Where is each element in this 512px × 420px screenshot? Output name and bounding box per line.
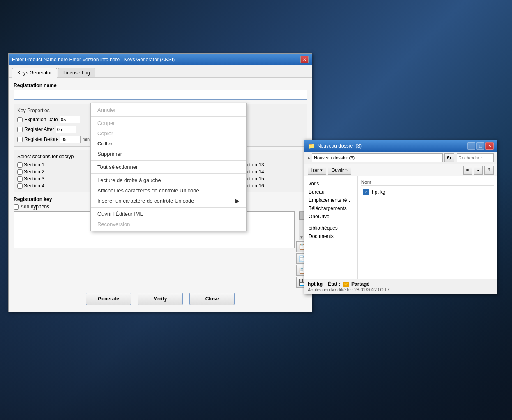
nav-bureau[interactable]: Bureau: [307, 188, 355, 196]
nav-recent[interactable]: Emplacements récents: [307, 196, 355, 204]
ctx-sep-3: [91, 173, 246, 174]
ctx-annuler[interactable]: Annuler: [91, 105, 246, 115]
ctx-inserer-unicode-label: Insérer un caractère de contrôle Unicode: [97, 198, 194, 204]
explorer-minimize-button[interactable]: ─: [467, 142, 475, 150]
explorer-nav-pane: voris Bureau Emplacements récents Téléch…: [304, 176, 358, 279]
ctx-reconversion[interactable]: Reconversion: [91, 219, 246, 229]
main-window-close-button[interactable]: ✕: [300, 56, 309, 63]
register-after-checkbox[interactable]: [17, 127, 23, 132]
open-label: Ouvrir: [332, 168, 344, 173]
explorer-window-controls: ─ □ ✕: [467, 142, 494, 150]
section-3-checkbox[interactable]: [17, 176, 23, 182]
register-before-label: Register Before: [24, 136, 58, 142]
explorer-body: voris Bureau Emplacements récents Téléch…: [304, 176, 497, 279]
refresh-button[interactable]: ↻: [444, 153, 454, 162]
col-header-nom: Nom: [361, 180, 371, 185]
nav-bibliotheques[interactable]: bibliothèques: [307, 224, 355, 232]
explorer-actions-bar: iser ▾ Ouvrir » ≡ ▪ ?: [304, 164, 497, 176]
ctx-copier[interactable]: Copier: [91, 128, 246, 138]
section-2-item: Section 2: [17, 169, 86, 175]
section-4-checkbox[interactable]: [17, 183, 23, 189]
section-1-checkbox[interactable]: [17, 162, 23, 168]
scroll-down-arrow[interactable]: ▼: [299, 235, 304, 240]
explorer-title-group: 📁 Nouveau dossier (3): [308, 143, 362, 149]
search-input[interactable]: [457, 153, 494, 162]
open-arrow: »: [345, 168, 348, 173]
expiration-date-input[interactable]: [60, 116, 80, 123]
explorer-statusbar: hpt kg État : 🤝 Partagé Application Modi…: [304, 279, 497, 294]
ctx-sep-4: [91, 207, 246, 208]
ctx-submenu-arrow: ▶: [235, 198, 240, 204]
explorer-title: Nouveau dossier (3): [317, 143, 362, 149]
key-scrollbar[interactable]: ▼: [299, 211, 304, 240]
ctx-sep-1: [91, 116, 246, 117]
registration-name-label: Registration name: [14, 83, 307, 88]
explorer-close-button[interactable]: ✕: [485, 142, 494, 150]
file-item-hptkg[interactable]: A hpt kg: [361, 187, 494, 196]
explorer-maximize-button[interactable]: □: [476, 142, 484, 150]
register-after-input[interactable]: [56, 126, 76, 133]
nav-voris[interactable]: voris: [307, 180, 355, 188]
section-1-label: Section 1: [24, 162, 44, 168]
folder-icon: 📁: [308, 143, 315, 149]
nav-downloads[interactable]: Téléchargements: [307, 204, 355, 212]
expiration-date-label: Expiration Date: [24, 117, 58, 122]
open-button[interactable]: Ouvrir »: [328, 166, 351, 175]
close-button[interactable]: Close: [189, 293, 235, 305]
verify-button[interactable]: Verify: [138, 293, 183, 305]
ctx-supprimer[interactable]: Supprimer: [91, 149, 246, 159]
status-state-label: État :: [328, 281, 340, 287]
tab-bar: Keys Generator License Log: [9, 65, 312, 78]
ctx-sep-2: [91, 160, 246, 161]
explorer-status-filename: hpt kg État : 🤝 Partagé: [308, 281, 494, 287]
explorer-main-pane: Nom A hpt kg: [358, 176, 497, 279]
ctx-tout-selectionner[interactable]: Tout sélectionner: [91, 162, 246, 172]
register-after-label: Register After: [24, 127, 54, 132]
file-hptkg-name: hpt kg: [372, 189, 385, 195]
bottom-buttons: Generate Verify Close: [14, 293, 307, 307]
address-input[interactable]: [312, 153, 443, 162]
ctx-couper[interactable]: Couper: [91, 118, 246, 128]
add-hyphens-checkbox[interactable]: [14, 204, 19, 210]
scrollbar-thumb: [299, 212, 304, 220]
help-button[interactable]: ?: [484, 166, 494, 175]
ctx-lecture-droite[interactable]: Lecture de droite à gauche: [91, 175, 246, 185]
view-list-button[interactable]: ≡: [463, 166, 472, 175]
file-hptkg-icon: A: [363, 189, 369, 195]
file-list-header: Nom: [361, 180, 494, 186]
ctx-ouvrir-ime[interactable]: Ouvrir l'Éditeur IME: [91, 209, 246, 219]
section-3-label: Section 3: [24, 176, 44, 182]
register-before-input[interactable]: [60, 136, 81, 143]
section-4-item: Section 4: [17, 183, 86, 189]
register-before-checkbox[interactable]: [17, 137, 23, 142]
tab-license-log[interactable]: License Log: [58, 68, 95, 77]
breadcrumb-arrow: ▸: [308, 155, 310, 161]
main-window-title: Enter Product Name here Enter Version In…: [12, 57, 175, 62]
window-controls: ✕: [300, 56, 309, 63]
generate-button[interactable]: Generate: [86, 293, 131, 305]
ctx-coller[interactable]: Coller: [91, 138, 246, 149]
organize-button[interactable]: iser ▾: [308, 166, 326, 175]
explorer-titlebar: 📁 Nouveau dossier (3) ─ □ ✕: [304, 140, 497, 152]
file-explorer-window: 📁 Nouveau dossier (3) ─ □ ✕ ▸ ↻ iser ▾ O…: [304, 140, 497, 294]
section-4-label: Section 4: [24, 183, 44, 189]
view-details-button[interactable]: ▪: [474, 166, 483, 175]
explorer-toolbar: ▸ ↻: [304, 152, 497, 164]
expiration-date-checkbox[interactable]: [17, 117, 23, 122]
tab-keys-generator[interactable]: Keys Generator: [12, 68, 57, 78]
registration-name-input[interactable]: [14, 90, 307, 100]
ctx-afficher-unicode[interactable]: Afficher les caractères de contrôle Unic…: [91, 185, 246, 196]
section-3-item: Section 3: [17, 176, 86, 182]
nav-documents[interactable]: Documents: [307, 232, 355, 240]
explorer-status-details: Application Modifié le : 28/01/2022 00:1…: [308, 287, 494, 292]
nav-onedrive[interactable]: OneDrive: [307, 212, 355, 221]
section-1-item: Section 1: [17, 162, 86, 168]
share-icon: 🤝: [343, 282, 349, 287]
ctx-inserer-unicode[interactable]: Insérer un caractère de contrôle Unicode…: [91, 196, 246, 206]
status-name: hpt kg: [308, 281, 323, 287]
section-2-checkbox[interactable]: [17, 169, 23, 175]
status-state-value: Partagé: [351, 281, 369, 287]
add-hyphens-label: Add hyphens: [21, 204, 49, 210]
nav-spacer: [307, 221, 355, 224]
context-menu: Annuler Couper Copier Coller Supprimer T…: [90, 103, 247, 231]
